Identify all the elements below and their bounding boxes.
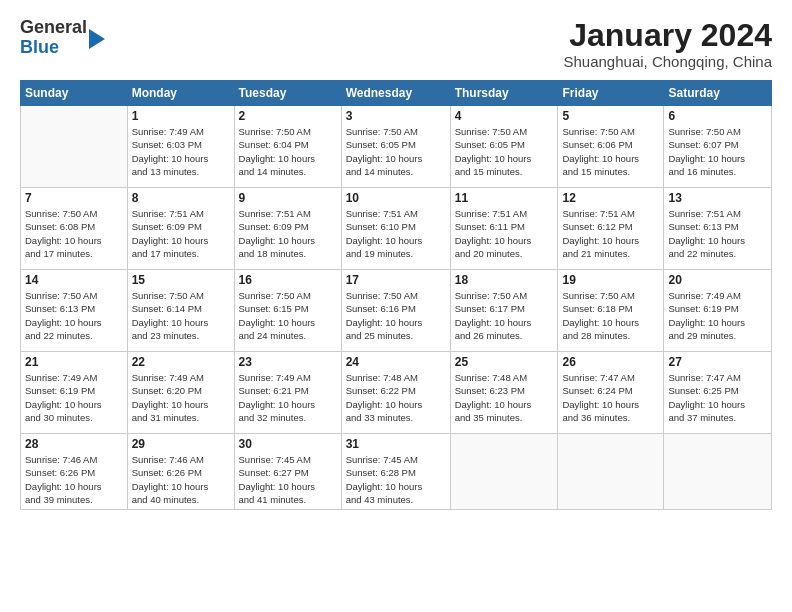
- calendar-cell: 20Sunrise: 7:49 AM Sunset: 6:19 PM Dayli…: [664, 270, 772, 352]
- logo-arrow-icon: [89, 29, 105, 49]
- calendar-cell: [450, 434, 558, 510]
- calendar-cell: 19Sunrise: 7:50 AM Sunset: 6:18 PM Dayli…: [558, 270, 664, 352]
- day-number: 25: [455, 355, 554, 369]
- logo-text-block: General Blue: [20, 18, 105, 58]
- day-number: 22: [132, 355, 230, 369]
- calendar-cell: 9Sunrise: 7:51 AM Sunset: 6:09 PM Daylig…: [234, 188, 341, 270]
- day-number: 5: [562, 109, 659, 123]
- day-info: Sunrise: 7:49 AM Sunset: 6:19 PM Dayligh…: [25, 371, 123, 424]
- day-number: 17: [346, 273, 446, 287]
- day-number: 6: [668, 109, 767, 123]
- header-day-friday: Friday: [558, 81, 664, 106]
- day-info: Sunrise: 7:48 AM Sunset: 6:22 PM Dayligh…: [346, 371, 446, 424]
- day-number: 10: [346, 191, 446, 205]
- day-number: 20: [668, 273, 767, 287]
- day-number: 29: [132, 437, 230, 451]
- calendar-cell: 15Sunrise: 7:50 AM Sunset: 6:14 PM Dayli…: [127, 270, 234, 352]
- day-info: Sunrise: 7:50 AM Sunset: 6:16 PM Dayligh…: [346, 289, 446, 342]
- calendar-cell: 10Sunrise: 7:51 AM Sunset: 6:10 PM Dayli…: [341, 188, 450, 270]
- day-info: Sunrise: 7:50 AM Sunset: 6:04 PM Dayligh…: [239, 125, 337, 178]
- calendar-cell: 21Sunrise: 7:49 AM Sunset: 6:19 PM Dayli…: [21, 352, 128, 434]
- day-number: 14: [25, 273, 123, 287]
- day-number: 1: [132, 109, 230, 123]
- day-info: Sunrise: 7:50 AM Sunset: 6:08 PM Dayligh…: [25, 207, 123, 260]
- day-info: Sunrise: 7:51 AM Sunset: 6:10 PM Dayligh…: [346, 207, 446, 260]
- calendar-cell: 1Sunrise: 7:49 AM Sunset: 6:03 PM Daylig…: [127, 106, 234, 188]
- logo: General Blue: [20, 18, 105, 58]
- day-info: Sunrise: 7:50 AM Sunset: 6:06 PM Dayligh…: [562, 125, 659, 178]
- calendar-page: General Blue January 2024 Shuanghuai, Ch…: [0, 0, 792, 520]
- location: Shuanghuai, Chongqing, China: [564, 53, 773, 70]
- week-row-5: 28Sunrise: 7:46 AM Sunset: 6:26 PM Dayli…: [21, 434, 772, 510]
- day-number: 2: [239, 109, 337, 123]
- calendar-cell: 7Sunrise: 7:50 AM Sunset: 6:08 PM Daylig…: [21, 188, 128, 270]
- calendar-cell: 18Sunrise: 7:50 AM Sunset: 6:17 PM Dayli…: [450, 270, 558, 352]
- day-number: 19: [562, 273, 659, 287]
- day-number: 24: [346, 355, 446, 369]
- day-info: Sunrise: 7:49 AM Sunset: 6:20 PM Dayligh…: [132, 371, 230, 424]
- calendar-table: SundayMondayTuesdayWednesdayThursdayFrid…: [20, 80, 772, 510]
- day-number: 31: [346, 437, 446, 451]
- week-row-2: 7Sunrise: 7:50 AM Sunset: 6:08 PM Daylig…: [21, 188, 772, 270]
- day-info: Sunrise: 7:50 AM Sunset: 6:05 PM Dayligh…: [346, 125, 446, 178]
- calendar-cell: [21, 106, 128, 188]
- day-number: 18: [455, 273, 554, 287]
- calendar-cell: 27Sunrise: 7:47 AM Sunset: 6:25 PM Dayli…: [664, 352, 772, 434]
- day-info: Sunrise: 7:45 AM Sunset: 6:27 PM Dayligh…: [239, 453, 337, 506]
- calendar-cell: [558, 434, 664, 510]
- day-info: Sunrise: 7:48 AM Sunset: 6:23 PM Dayligh…: [455, 371, 554, 424]
- header-day-monday: Monday: [127, 81, 234, 106]
- day-number: 9: [239, 191, 337, 205]
- day-number: 30: [239, 437, 337, 451]
- calendar-cell: 23Sunrise: 7:49 AM Sunset: 6:21 PM Dayli…: [234, 352, 341, 434]
- month-title: January 2024: [564, 18, 773, 53]
- day-info: Sunrise: 7:50 AM Sunset: 6:13 PM Dayligh…: [25, 289, 123, 342]
- day-info: Sunrise: 7:50 AM Sunset: 6:18 PM Dayligh…: [562, 289, 659, 342]
- day-number: 8: [132, 191, 230, 205]
- day-number: 4: [455, 109, 554, 123]
- day-info: Sunrise: 7:46 AM Sunset: 6:26 PM Dayligh…: [25, 453, 123, 506]
- day-number: 26: [562, 355, 659, 369]
- day-info: Sunrise: 7:50 AM Sunset: 6:17 PM Dayligh…: [455, 289, 554, 342]
- day-number: 7: [25, 191, 123, 205]
- header-day-sunday: Sunday: [21, 81, 128, 106]
- week-row-1: 1Sunrise: 7:49 AM Sunset: 6:03 PM Daylig…: [21, 106, 772, 188]
- day-number: 23: [239, 355, 337, 369]
- calendar-cell: 13Sunrise: 7:51 AM Sunset: 6:13 PM Dayli…: [664, 188, 772, 270]
- calendar-cell: 17Sunrise: 7:50 AM Sunset: 6:16 PM Dayli…: [341, 270, 450, 352]
- calendar-cell: 3Sunrise: 7:50 AM Sunset: 6:05 PM Daylig…: [341, 106, 450, 188]
- day-info: Sunrise: 7:51 AM Sunset: 6:09 PM Dayligh…: [239, 207, 337, 260]
- header-day-tuesday: Tuesday: [234, 81, 341, 106]
- day-info: Sunrise: 7:46 AM Sunset: 6:26 PM Dayligh…: [132, 453, 230, 506]
- calendar-cell: 29Sunrise: 7:46 AM Sunset: 6:26 PM Dayli…: [127, 434, 234, 510]
- calendar-cell: 4Sunrise: 7:50 AM Sunset: 6:05 PM Daylig…: [450, 106, 558, 188]
- week-row-4: 21Sunrise: 7:49 AM Sunset: 6:19 PM Dayli…: [21, 352, 772, 434]
- calendar-cell: 26Sunrise: 7:47 AM Sunset: 6:24 PM Dayli…: [558, 352, 664, 434]
- day-info: Sunrise: 7:47 AM Sunset: 6:24 PM Dayligh…: [562, 371, 659, 424]
- header-day-saturday: Saturday: [664, 81, 772, 106]
- day-info: Sunrise: 7:51 AM Sunset: 6:12 PM Dayligh…: [562, 207, 659, 260]
- day-info: Sunrise: 7:51 AM Sunset: 6:09 PM Dayligh…: [132, 207, 230, 260]
- calendar-cell: 24Sunrise: 7:48 AM Sunset: 6:22 PM Dayli…: [341, 352, 450, 434]
- calendar-cell: 16Sunrise: 7:50 AM Sunset: 6:15 PM Dayli…: [234, 270, 341, 352]
- header-day-wednesday: Wednesday: [341, 81, 450, 106]
- calendar-cell: 31Sunrise: 7:45 AM Sunset: 6:28 PM Dayli…: [341, 434, 450, 510]
- day-number: 11: [455, 191, 554, 205]
- day-info: Sunrise: 7:49 AM Sunset: 6:19 PM Dayligh…: [668, 289, 767, 342]
- calendar-cell: 5Sunrise: 7:50 AM Sunset: 6:06 PM Daylig…: [558, 106, 664, 188]
- day-info: Sunrise: 7:49 AM Sunset: 6:03 PM Dayligh…: [132, 125, 230, 178]
- day-info: Sunrise: 7:49 AM Sunset: 6:21 PM Dayligh…: [239, 371, 337, 424]
- header-row: SundayMondayTuesdayWednesdayThursdayFrid…: [21, 81, 772, 106]
- day-number: 15: [132, 273, 230, 287]
- day-info: Sunrise: 7:50 AM Sunset: 6:14 PM Dayligh…: [132, 289, 230, 342]
- day-number: 12: [562, 191, 659, 205]
- day-number: 3: [346, 109, 446, 123]
- header-day-thursday: Thursday: [450, 81, 558, 106]
- calendar-cell: 28Sunrise: 7:46 AM Sunset: 6:26 PM Dayli…: [21, 434, 128, 510]
- day-info: Sunrise: 7:50 AM Sunset: 6:05 PM Dayligh…: [455, 125, 554, 178]
- day-info: Sunrise: 7:45 AM Sunset: 6:28 PM Dayligh…: [346, 453, 446, 506]
- day-info: Sunrise: 7:47 AM Sunset: 6:25 PM Dayligh…: [668, 371, 767, 424]
- calendar-cell: 30Sunrise: 7:45 AM Sunset: 6:27 PM Dayli…: [234, 434, 341, 510]
- calendar-cell: 12Sunrise: 7:51 AM Sunset: 6:12 PM Dayli…: [558, 188, 664, 270]
- day-info: Sunrise: 7:50 AM Sunset: 6:15 PM Dayligh…: [239, 289, 337, 342]
